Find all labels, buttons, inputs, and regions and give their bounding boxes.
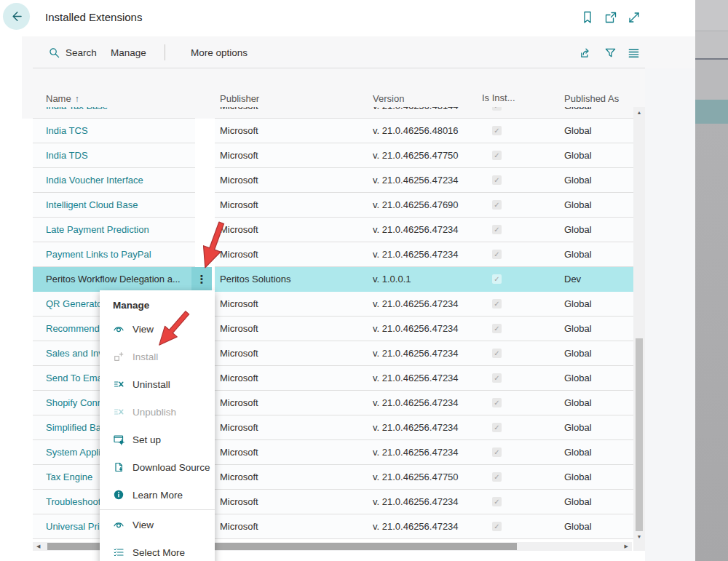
scroll-down-icon[interactable]: ▼ bbox=[633, 534, 645, 539]
check-icon: ✓ bbox=[492, 107, 502, 111]
installed-checkbox: ✓ bbox=[492, 324, 502, 333]
column-header-published-as[interactable]: Published As bbox=[564, 93, 619, 104]
row-freeze-gap bbox=[195, 143, 215, 168]
published-as-cell: Global bbox=[564, 341, 592, 366]
vertical-scrollbar[interactable]: ▲ ▼ bbox=[633, 107, 645, 542]
installed-checkbox: ✓ bbox=[492, 472, 502, 482]
menu-item-view[interactable]: View bbox=[100, 511, 215, 538]
published-as-cell: Global bbox=[564, 465, 592, 490]
published-as-cell: Global bbox=[564, 490, 592, 514]
table-row[interactable]: India TDS Microsoft v. 21.0.46256.47750 … bbox=[22, 143, 645, 168]
column-header-publisher[interactable]: Publisher bbox=[220, 93, 259, 104]
version-cell: v. 21.0.46256.47234 bbox=[373, 292, 459, 317]
version-cell: v. 21.0.46256.47234 bbox=[373, 514, 459, 539]
uninstall-icon bbox=[113, 378, 124, 390]
column-header-name[interactable]: Name↑ bbox=[46, 93, 79, 104]
menu-item-download-source[interactable]: Download Source bbox=[100, 453, 215, 481]
background-window-strip bbox=[695, 0, 728, 561]
publisher-cell: Microsoft bbox=[220, 391, 258, 415]
titlebar: Installed Extensions bbox=[0, 0, 695, 36]
extension-name-link[interactable]: Payment Links to PayPal bbox=[46, 242, 151, 267]
page-title: Installed Extensions bbox=[45, 0, 142, 36]
table-row[interactable]: India Voucher Interface Microsoft v. 21.… bbox=[22, 168, 645, 193]
fullscreen-icon[interactable] bbox=[627, 10, 641, 25]
check-icon: ✓ bbox=[492, 447, 502, 457]
popout-icon[interactable] bbox=[604, 10, 618, 25]
version-cell: v. 21.0.46256.48016 bbox=[373, 119, 459, 143]
choose-columns-icon[interactable] bbox=[627, 46, 641, 60]
installed-checkbox: ✓ bbox=[492, 107, 502, 111]
extension-name-link[interactable]: India Voucher Interface bbox=[46, 168, 143, 193]
install-icon bbox=[113, 351, 124, 362]
manage-button[interactable]: Manage bbox=[111, 36, 146, 68]
search-icon bbox=[48, 47, 60, 59]
select-more-icon bbox=[113, 546, 124, 558]
version-cell: v. 21.0.46256.48144 bbox=[373, 107, 459, 119]
menu-item-unpublish[interactable]: Unpublish bbox=[100, 398, 215, 426]
published-as-cell: Global bbox=[564, 242, 592, 267]
menu-item-learn-more[interactable]: Learn More bbox=[100, 481, 215, 509]
extension-name-link[interactable]: India TDS bbox=[46, 143, 88, 168]
content-right-gutter bbox=[645, 68, 695, 561]
version-cell: v. 21.0.46256.47234 bbox=[373, 415, 459, 440]
table-row[interactable]: Payment Links to PayPal Microsoft v. 21.… bbox=[22, 242, 645, 267]
bookmark-icon[interactable] bbox=[580, 10, 595, 25]
extension-name-link[interactable]: Late Payment Prediction bbox=[46, 218, 149, 242]
installed-checkbox: ✓ bbox=[492, 373, 502, 383]
version-cell: v. 21.0.46256.47750 bbox=[373, 465, 459, 490]
back-button[interactable] bbox=[3, 3, 30, 30]
table-row[interactable]: Late Payment Prediction Microsoft v. 21.… bbox=[22, 218, 645, 242]
installed-checkbox: ✓ bbox=[492, 250, 502, 259]
installed-checkbox: ✓ bbox=[492, 522, 502, 531]
publisher-cell: Microsoft bbox=[220, 242, 258, 267]
more-options-button[interactable]: More options bbox=[191, 36, 248, 68]
table-row[interactable]: India TCS Microsoft v. 21.0.46256.48016 … bbox=[22, 119, 645, 143]
check-icon: ✓ bbox=[492, 225, 502, 234]
publisher-cell: Microsoft bbox=[220, 168, 258, 193]
menu-item-uninstall[interactable]: Uninstall bbox=[100, 370, 215, 398]
menu-item-select-more[interactable]: Select More bbox=[100, 538, 215, 561]
share-icon[interactable] bbox=[579, 46, 593, 60]
search-button[interactable]: Search bbox=[48, 36, 97, 68]
version-cell: v. 21.0.46256.47234 bbox=[373, 366, 459, 391]
extension-name-link[interactable]: India TCS bbox=[46, 119, 88, 143]
publisher-cell: Microsoft bbox=[220, 440, 258, 465]
version-cell: v. 21.0.46256.47234 bbox=[373, 341, 459, 366]
scroll-right-icon[interactable]: ▶ bbox=[625, 542, 628, 551]
publisher-cell: Microsoft bbox=[220, 292, 258, 317]
column-header-version[interactable]: Version bbox=[373, 93, 404, 104]
publisher-cell: Microsoft bbox=[220, 107, 258, 119]
context-menu-items: View Install Uninstall Unpublish Set up … bbox=[100, 315, 215, 561]
version-cell: v. 21.0.46256.47234 bbox=[373, 440, 459, 465]
extension-name-link[interactable]: India Tax Base bbox=[46, 107, 108, 119]
column-header-is-installed[interactable]: Is Inst... bbox=[482, 92, 515, 104]
command-bar: Search Manage More options bbox=[22, 36, 695, 68]
row-freeze-gap bbox=[195, 107, 215, 119]
scroll-left-icon[interactable]: ◀ bbox=[36, 542, 40, 551]
extension-name-link[interactable]: Peritos Workflow Delegation a... bbox=[46, 267, 181, 292]
check-icon: ✓ bbox=[492, 349, 502, 358]
row-freeze-gap bbox=[195, 168, 215, 193]
publisher-cell: Peritos Solutions bbox=[220, 267, 291, 292]
installed-extensions-page: Installed Extensions Search Manage More … bbox=[0, 0, 728, 561]
vertical-scrollbar-thumb[interactable] bbox=[636, 338, 643, 531]
menu-item-set-up[interactable]: Set up bbox=[100, 426, 215, 453]
filter-icon[interactable] bbox=[604, 46, 617, 60]
extension-name-link[interactable]: Tax Engine bbox=[46, 465, 92, 490]
extension-name-link[interactable]: QR Generator bbox=[46, 292, 106, 317]
publisher-cell: Microsoft bbox=[220, 465, 258, 490]
scroll-up-icon[interactable]: ▲ bbox=[633, 110, 645, 115]
publisher-cell: Microsoft bbox=[220, 415, 258, 440]
check-icon: ✓ bbox=[492, 299, 502, 309]
table-row[interactable]: India Tax Base Microsoft v. 21.0.46256.4… bbox=[22, 107, 645, 119]
info-icon bbox=[113, 489, 124, 501]
extension-name-link[interactable]: Universal Print bbox=[46, 514, 108, 539]
table-row[interactable]: Intelligent Cloud Base Microsoft v. 21.0… bbox=[22, 193, 645, 218]
extension-name-link[interactable]: Intelligent Cloud Base bbox=[46, 193, 138, 218]
menu-item-install[interactable]: Install bbox=[100, 343, 215, 370]
table-row[interactable]: Peritos Workflow Delegation a... ⋮ Perit… bbox=[22, 267, 645, 292]
published-as-cell: Dev bbox=[564, 267, 581, 292]
installed-checkbox: ✓ bbox=[492, 398, 502, 407]
version-cell: v. 21.0.46256.47234 bbox=[373, 391, 459, 415]
published-as-cell: Global bbox=[564, 168, 592, 193]
